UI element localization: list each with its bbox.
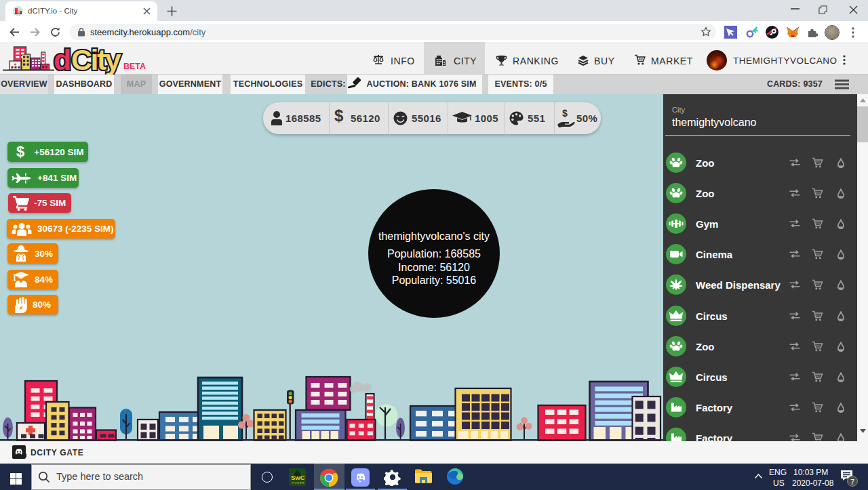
svg-text:$: $ bbox=[562, 108, 568, 119]
svg-text:SwC: SwC bbox=[291, 474, 305, 481]
svg-text:POKER: POKER bbox=[292, 481, 305, 485]
svg-text:City: City bbox=[71, 43, 121, 75]
svg-text:BETA: BETA bbox=[123, 62, 146, 71]
svg-text:d: d bbox=[54, 43, 70, 75]
